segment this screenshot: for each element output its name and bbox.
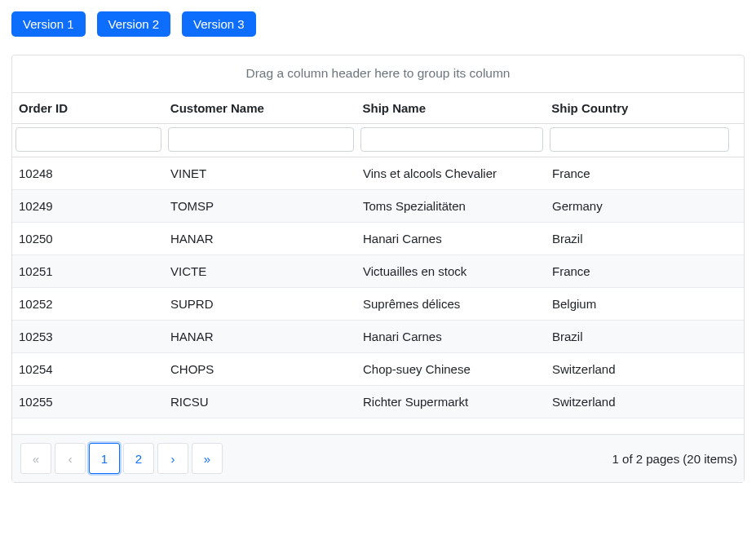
- table-row[interactable]: 10248VINETVins et alcools ChevalierFranc…: [12, 157, 744, 190]
- cell-customerName: SUPRD: [164, 288, 356, 320]
- column-header-row: Order ID Customer Name Ship Name Ship Co…: [12, 93, 744, 124]
- cell-shipName: Suprêmes délices: [356, 288, 546, 320]
- cell-shipName: Hanari Carnes: [356, 223, 546, 255]
- filter-row: [12, 124, 744, 157]
- cell-orderId: 10252: [12, 288, 164, 320]
- cell-orderId: 10255: [12, 386, 164, 418]
- cell-shipName: Richter Supermarkt: [356, 386, 546, 418]
- filter-ship-country[interactable]: [550, 127, 729, 152]
- table-row[interactable]: 10249TOMSPToms SpezialitätenGermany: [12, 190, 744, 223]
- cell-customerName: TOMSP: [164, 190, 356, 222]
- table-row[interactable]: 10255RICSURichter SupermarktSwitzerland: [12, 386, 744, 418]
- cell-customerName: VINET: [164, 157, 356, 189]
- cell-customerName: VICTE: [164, 255, 356, 287]
- pager-page-1-button[interactable]: 1: [89, 443, 120, 474]
- cell-orderId: 10251: [12, 255, 164, 287]
- cell-customerName: RICSU: [164, 386, 356, 418]
- cell-shipCountry: Switzerland: [546, 353, 732, 385]
- version-3-button[interactable]: Version 3: [182, 11, 256, 37]
- cell-shipName: Hanari Carnes: [356, 321, 546, 352]
- cell-orderId: 10253: [12, 321, 164, 352]
- cell-shipCountry: France: [546, 157, 732, 189]
- cell-shipName: Toms Spezialitäten: [356, 190, 546, 222]
- table-row[interactable]: 10252SUPRDSuprêmes délicesBelgium: [12, 288, 744, 321]
- cell-customerName: CHOPS: [164, 353, 356, 385]
- pager-first-button[interactable]: «: [20, 443, 51, 474]
- table-row[interactable]: 10254CHOPSChop-suey ChineseSwitzerland: [12, 353, 744, 386]
- cell-shipCountry: France: [546, 255, 732, 287]
- cell-shipCountry: Brazil: [546, 223, 732, 255]
- table-row[interactable]: 10251VICTEVictuailles en stockFrance: [12, 255, 744, 288]
- column-header-customer-name[interactable]: Customer Name: [164, 93, 356, 123]
- pager: « ‹ 1 2 › » 1 of 2 pages (20 items): [12, 434, 744, 482]
- cell-shipName: Chop-suey Chinese: [356, 353, 546, 385]
- table-row[interactable]: 10250HANARHanari CarnesBrazil: [12, 223, 744, 255]
- cell-customerName: HANAR: [164, 223, 356, 255]
- filter-ship-name[interactable]: [360, 127, 543, 152]
- cell-orderId: 10249: [12, 190, 164, 222]
- cell-orderId: 10248: [12, 157, 164, 189]
- column-header-order-id[interactable]: Order ID: [12, 93, 164, 123]
- column-header-ship-country[interactable]: Ship Country: [545, 93, 731, 123]
- cell-shipName: Vins et alcools Chevalier: [356, 157, 546, 189]
- pager-info: 1 of 2 pages (20 items): [612, 452, 737, 466]
- table-row[interactable]: 10253HANARHanari CarnesBrazil: [12, 321, 744, 353]
- version-1-button[interactable]: Version 1: [11, 11, 86, 37]
- cell-shipCountry: Germany: [546, 190, 732, 222]
- cell-orderId: 10250: [12, 223, 164, 255]
- cell-shipName: Victuailles en stock: [356, 255, 546, 287]
- cell-shipCountry: Switzerland: [546, 386, 732, 418]
- pager-page-2-button[interactable]: 2: [123, 443, 154, 474]
- pager-last-button[interactable]: »: [192, 443, 223, 474]
- group-drop-area[interactable]: Drag a column header here to group its c…: [12, 55, 744, 93]
- filter-customer-name[interactable]: [168, 127, 354, 152]
- data-grid: Drag a column header here to group its c…: [11, 55, 745, 483]
- cell-shipCountry: Belgium: [546, 288, 732, 320]
- grid-body[interactable]: 10248VINETVins et alcools ChevalierFranc…: [12, 157, 744, 434]
- column-header-ship-name[interactable]: Ship Name: [356, 93, 546, 123]
- version-2-button[interactable]: Version 2: [97, 11, 171, 37]
- cell-orderId: 10254: [12, 353, 164, 385]
- version-buttons: Version 1 Version 2 Version 3: [11, 11, 745, 37]
- cell-shipCountry: Brazil: [546, 321, 732, 352]
- pager-next-button[interactable]: ›: [157, 443, 188, 474]
- cell-customerName: HANAR: [164, 321, 356, 352]
- pager-prev-button[interactable]: ‹: [55, 443, 86, 474]
- filter-order-id[interactable]: [15, 127, 161, 152]
